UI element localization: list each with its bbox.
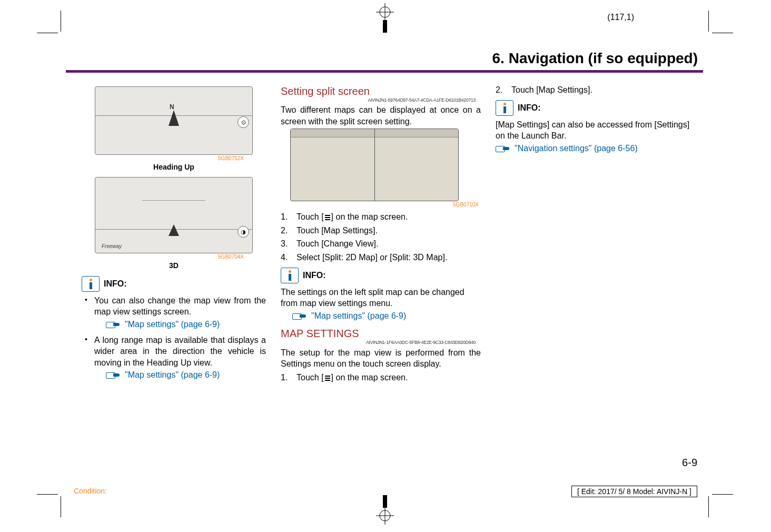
info-icon — [82, 276, 100, 292]
cross-reference: "Map settings" (page 6-9) — [94, 319, 266, 330]
page-content: 6. Navigation (if so equipped) N ⊙ 5GB07… — [66, 50, 703, 450]
bullet-text: You can also change the map view from th… — [94, 295, 266, 318]
step-item: Touch [Change View]. — [281, 238, 481, 250]
bullet-text: A long range map is available that displ… — [94, 334, 266, 369]
crop-mark — [61, 11, 61, 32]
registration-mark-icon — [376, 3, 394, 21]
step-item: Touch [] on the map screen. — [281, 211, 481, 223]
step-item: Select [Split: 2D Map] or [Split: 3D Map… — [281, 252, 481, 263]
paragraph: Two different maps can be displayed at o… — [281, 104, 481, 127]
menu-icon — [324, 375, 331, 381]
cross-reference: "Map settings" (page 6-9) — [281, 310, 481, 322]
subheading-map-settings: MAP SETTINGS — [281, 327, 481, 341]
step-text-post: ] on the map screen. — [331, 212, 408, 221]
info-icon — [281, 268, 299, 283]
menu-icon — [324, 214, 331, 221]
guid-code: AIVINJN1-1F6AA0DC-5FB8-4E2E-9C33-C843D82… — [281, 340, 481, 346]
info-heading: INFO: — [281, 268, 481, 283]
crop-mark — [61, 496, 61, 517]
map-3d-figure: ◑ Freeway — [95, 177, 253, 253]
paragraph: The settings on the left split map can b… — [281, 287, 481, 309]
crop-mark — [37, 33, 58, 33]
crop-mark — [37, 494, 58, 495]
paragraph: [Map Settings] can also be accessed from… — [496, 119, 696, 142]
compass-icon — [162, 223, 185, 247]
cross-reference: "Map settings" (page 6-9) — [94, 369, 266, 381]
figure-caption: Heading Up — [82, 162, 266, 172]
figure-id: 5GB0704X — [82, 253, 244, 261]
north-up-icon: ⊙ — [238, 116, 249, 128]
steps-list: Touch [] on the map screen. Touch [Map S… — [281, 211, 481, 263]
page-number: 6-9 — [682, 457, 697, 469]
list-item: You can also change the map view from th… — [83, 295, 266, 330]
crop-mark — [712, 494, 733, 495]
info-heading: INFO: — [496, 100, 696, 116]
registration-mark-icon — [376, 507, 394, 525]
paragraph: The setup for the map view is performed … — [281, 347, 481, 370]
step-text-pre: Touch [ — [296, 212, 324, 221]
step-text-post: ] on the map screen. — [331, 373, 408, 382]
pointing-hand-icon — [292, 312, 308, 320]
chapter-rule — [66, 70, 703, 73]
compass-icon: N — [162, 109, 185, 132]
xref-link: "Navigation settings" (page 6-56) — [515, 143, 638, 154]
info-label: INFO: — [303, 270, 326, 281]
split-screen-figure — [290, 129, 459, 201]
step-text: Select [Split: 2D Map] or [Split: 3D Map… — [296, 253, 447, 262]
steps-list-continued: Touch [Map Settings]. — [496, 84, 696, 96]
pointing-hand-icon — [106, 371, 122, 379]
xref-link: "Map settings" (page 6-9) — [125, 369, 220, 381]
step-text: Touch [Change View]. — [296, 239, 378, 248]
info-icon — [496, 100, 513, 116]
info-heading: INFO: — [82, 276, 266, 292]
crop-mark — [712, 33, 733, 33]
info-label: INFO: — [104, 278, 127, 290]
registration-stem — [383, 495, 387, 508]
document-page: (117,1) 6. Navigation (if so equipped) N… — [0, 0, 771, 532]
map-scribble: Freeway — [102, 243, 122, 250]
info-bullet-list: You can also change the map view from th… — [82, 295, 266, 381]
list-item: A long range map is available that displ… — [83, 334, 266, 381]
column-1: N ⊙ 5GB0752X Heading Up ◑ Freeway 5GB070… — [66, 84, 266, 386]
chapter-title: 6. Navigation (if so equipped) — [66, 50, 703, 67]
step-item: Touch [Map Settings]. — [496, 84, 696, 96]
map-heading-up-figure: N ⊙ — [95, 86, 253, 155]
pointing-hand-icon — [496, 144, 511, 153]
registration-stem — [383, 20, 387, 33]
step-item: Touch [Map Settings]. — [281, 225, 481, 237]
step-text: Touch [Map Settings]. — [511, 85, 592, 94]
pointing-hand-icon — [106, 320, 122, 329]
info-label: INFO: — [518, 102, 541, 114]
condition-label: Condition: — [74, 487, 107, 495]
column-3: Touch [Map Settings]. INFO: [Map Setting… — [496, 84, 696, 386]
cross-reference: "Navigation settings" (page 6-56) — [496, 143, 696, 154]
step-item: Touch [] on the map screen. — [281, 372, 481, 383]
figure-id: 5GB0752X — [82, 155, 244, 162]
edit-info-box: [ Edit: 2017/ 5/ 8 Model: AIVINJ-N ] — [571, 486, 697, 497]
figure-caption: 3D — [82, 261, 266, 271]
xref-link: "Map settings" (page 6-9) — [311, 310, 406, 322]
step-text: Touch [Map Settings]. — [296, 226, 378, 235]
steps-list: Touch [] on the map screen. — [281, 372, 481, 383]
page-coordinate: (117,1) — [607, 13, 634, 22]
north-up-icon: ◑ — [238, 226, 249, 238]
crop-mark — [708, 11, 709, 32]
xref-link: "Map settings" (page 6-9) — [125, 319, 220, 330]
columns: N ⊙ 5GB0752X Heading Up ◑ Freeway 5GB070… — [66, 84, 703, 386]
crop-mark — [708, 496, 709, 517]
figure-id: 5GB0710X — [281, 201, 479, 209]
column-2: Setting split screen AIVINJN1-59764D97-5… — [281, 84, 481, 386]
subheading-split-screen: Setting split screen — [281, 84, 481, 98]
step-text-pre: Touch [ — [296, 373, 324, 382]
